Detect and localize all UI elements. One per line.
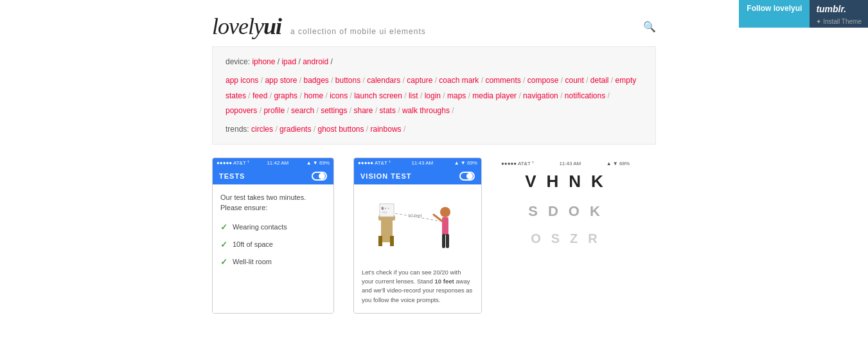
link-stats[interactable]: stats — [380, 106, 396, 115]
check-icon-room: ✓ — [220, 257, 227, 267]
check-item-contacts: ✓ Wearing contacts — [220, 222, 326, 232]
phone2-status-bar: ●●●●● AT&T ᵀ 11:43 AM ▲ ▼ 69% — [354, 158, 481, 168]
device-label: device: — [226, 57, 250, 66]
check-icon-space: ✓ — [220, 240, 227, 249]
link-badges[interactable]: badges — [303, 76, 328, 85]
phone1-content: Our test takes two minutes. Please ensur… — [213, 184, 333, 313]
phone1-title: TESTS — [219, 172, 245, 180]
svg-line-13 — [434, 215, 442, 221]
phone-mockup-1: ●●●●● AT&T ᵀ 11:42 AM ▲ ▼ 69% TESTS Our … — [212, 157, 334, 314]
phone-mockup-2: ●●●●● AT&T ᵀ 11:43 AM ▲ ▼ 69% VISION TES… — [353, 157, 482, 314]
phone2-status-center: 11:43 AM — [411, 160, 433, 166]
phone-screen-2: ●●●●● AT&T ᵀ 11:43 AM ▲ ▼ 69% VISION TES… — [353, 157, 482, 314]
link-comments[interactable]: comments — [485, 76, 520, 85]
svg-point-11 — [440, 207, 450, 217]
link-home[interactable]: home — [304, 91, 323, 100]
eye-chart-status: ●●●●● AT&T ᵀ 11:43 AM ▲ ▼ 68% — [501, 161, 630, 166]
svg-text:10 feet: 10 feet — [408, 213, 421, 218]
link-icons[interactable]: icons — [330, 91, 348, 100]
link-settings[interactable]: settings — [321, 106, 347, 115]
svg-text:P: P — [388, 208, 389, 210]
link-app-store[interactable]: app store — [265, 76, 297, 85]
letter-S: S — [528, 203, 540, 220]
svg-rect-14 — [442, 234, 445, 248]
link-popovers[interactable]: popovers — [226, 106, 257, 115]
link-navigation[interactable]: navigation — [523, 91, 558, 100]
letter-N: N — [569, 172, 583, 192]
site-tagline: a collection of mobile ui elements — [290, 27, 426, 36]
trend-circles[interactable]: circles — [251, 125, 273, 134]
phone1-status-right: ▲ ▼ 69% — [306, 160, 330, 166]
link-profile[interactable]: profile — [263, 106, 285, 115]
check-text-contacts: Wearing contacts — [233, 223, 287, 231]
trend-ghost-buttons[interactable]: ghost buttons — [317, 125, 364, 134]
letter-H: H — [547, 172, 562, 192]
phone1-status-center: 11:42 AM — [267, 160, 288, 166]
device-filter-line: device: iphone / ipad / android / — [226, 57, 642, 66]
device-iphone[interactable]: iphone — [252, 57, 275, 66]
trend-gradients[interactable]: gradients — [279, 125, 311, 134]
tumblr-logo: tumblr. — [810, 0, 868, 18]
link-capture[interactable]: capture — [407, 76, 432, 85]
check-item-room: ✓ Well-lit room — [220, 257, 326, 267]
link-detail[interactable]: detail — [590, 76, 609, 85]
phone1-status-left: ●●●●● AT&T ᵀ — [217, 160, 249, 166]
letter-D: D — [548, 203, 561, 220]
link-app-icons[interactable]: app icons — [226, 76, 258, 85]
link-maps[interactable]: maps — [447, 91, 466, 100]
install-theme-link[interactable]: ✦ Install Theme — [810, 18, 868, 28]
trends-line: trends: circles / gradients / ghost butt… — [226, 125, 642, 134]
letter-S2: S — [551, 231, 562, 246]
link-share[interactable]: share — [354, 106, 373, 115]
search-icon[interactable]: 🔍 — [643, 21, 656, 33]
phone1-toggle-dot — [319, 173, 325, 179]
letter-K: K — [591, 172, 606, 192]
phone1-toggle[interactable] — [312, 172, 327, 181]
letter-R: R — [588, 231, 599, 246]
tumblr-bar: Follow lovelyui tumblr. ✦ Install Theme — [739, 0, 868, 28]
letter-Z: Z — [570, 231, 580, 246]
svg-text:TOZA: TOZA — [382, 211, 387, 214]
link-notifications[interactable]: notifications — [565, 91, 605, 100]
svg-rect-12 — [442, 217, 448, 235]
phone2-title: VISION TEST — [360, 172, 411, 180]
link-buttons[interactable]: buttons — [335, 76, 360, 85]
category-links: app icons / app store / badges / buttons… — [226, 73, 642, 118]
phone2-content: E F P TOZA 10 feet — [354, 184, 481, 313]
phone2-status-right: ▲ ▼ 69% — [454, 160, 477, 166]
eyechart-status-right: ▲ ▼ 68% — [607, 161, 630, 166]
phone2-toggle-dot — [466, 173, 473, 179]
link-graphs[interactable]: graphs — [274, 91, 297, 100]
eyechart-status-center: 11:43 AM — [559, 161, 581, 166]
link-media-player[interactable]: media player — [472, 91, 517, 100]
device-android[interactable]: android — [303, 57, 328, 66]
device-ipad[interactable]: ipad — [281, 57, 296, 66]
link-list[interactable]: list — [409, 91, 418, 100]
svg-rect-4 — [380, 204, 394, 217]
link-launch-screen[interactable]: launch screen — [354, 91, 402, 100]
link-coach-mark[interactable]: coach mark — [439, 76, 479, 85]
navigation-box: device: iphone / ipad / android / app ic… — [212, 46, 656, 145]
phone-screen-1: ●●●●● AT&T ᵀ 11:42 AM ▲ ▼ 69% TESTS Our … — [212, 157, 334, 314]
logo-area: lovelyui a collection of mobile ui eleme… — [212, 13, 426, 40]
trend-rainbows[interactable]: rainbows — [371, 125, 402, 134]
trends-label: trends: — [226, 125, 249, 134]
link-search[interactable]: search — [291, 106, 314, 115]
link-login[interactable]: login — [425, 91, 441, 100]
link-calendars[interactable]: calendars — [367, 76, 400, 85]
svg-rect-15 — [446, 234, 449, 248]
link-count[interactable]: count — [565, 76, 583, 85]
link-walk-throughs[interactable]: walk throughs — [402, 106, 450, 115]
phone1-header: TESTS — [213, 168, 333, 184]
eyechart-status-left: ●●●●● AT&T ᵀ — [501, 161, 534, 166]
letter-O2: O — [531, 231, 544, 246]
link-compose[interactable]: compose — [527, 76, 559, 85]
letter-O: O — [569, 203, 582, 220]
follow-button[interactable]: Follow lovelyui — [739, 0, 810, 28]
main-content: ●●●●● AT&T ᵀ 11:42 AM ▲ ▼ 69% TESTS Our … — [212, 157, 656, 314]
phone2-header: VISION TEST — [354, 168, 481, 184]
link-feed[interactable]: feed — [252, 91, 267, 100]
svg-rect-2 — [378, 236, 382, 246]
phone1-status-bar: ●●●●● AT&T ᵀ 11:42 AM ▲ ▼ 69% — [213, 158, 333, 168]
phone2-toggle[interactable] — [459, 172, 475, 181]
